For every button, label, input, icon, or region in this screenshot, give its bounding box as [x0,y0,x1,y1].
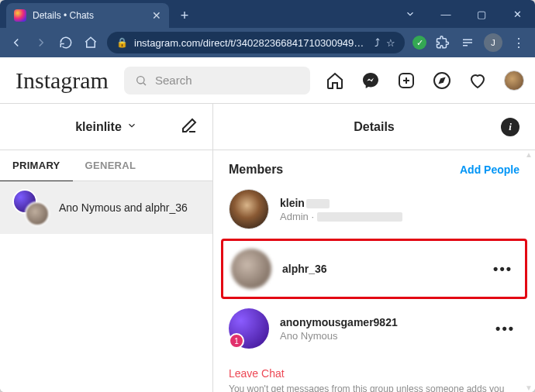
member-avatar [229,189,269,229]
kebab-menu-icon[interactable]: ⋮ [510,34,527,51]
url-bar[interactable]: 🔒 instagram.com/direct/t/340282366841710… [107,32,405,53]
search-icon [135,74,147,87]
search-input[interactable]: Search [124,67,310,95]
compose-icon[interactable] [180,116,198,138]
member-username: klein [280,197,305,209]
close-tab-icon[interactable]: ✕ [152,9,161,22]
dm-right-panel: Details i Members Add People klein Admin… [213,104,535,392]
tab-general[interactable]: GENERAL [73,150,149,181]
leave-chat-button[interactable]: Leave Chat [221,356,527,383]
details-header: Details i [213,104,535,150]
member-role: Admin [280,211,309,222]
members-section-head: Members Add People [221,156,527,181]
extensions-icon[interactable] [434,34,451,51]
redacted-text [306,199,330,208]
window-controls: — ▢ ✕ [392,0,535,28]
browser-window: Details • Chats ✕ + — ▢ ✕ 🔒 instagram.co… [0,0,535,392]
dm-left-panel: kleinlite PRIMARY GENERAL Ano Nymous and… [0,104,213,392]
share-icon[interactable]: ⤴ [374,36,380,49]
tab-title: Details • Chats [33,10,146,21]
member-meta: anonymousgamer9821 Ano Nymous [280,316,398,342]
activity-nav-icon[interactable] [468,71,487,90]
instagram-favicon [14,9,26,22]
dm-tabs: PRIMARY GENERAL [0,150,212,181]
member-username: anonymousgamer9821 [280,316,398,328]
window-more-icon[interactable] [392,0,428,28]
svg-marker-9 [440,78,444,83]
search-placeholder: Search [155,74,192,87]
member-display-name: Ano Nymous [280,330,398,342]
member-avatar [231,249,271,289]
window-minimize-icon[interactable]: — [428,0,464,28]
new-post-nav-icon[interactable] [397,71,416,90]
group-avatar [12,189,50,226]
member-meta: alphr_36 [282,263,327,275]
profile-nav-avatar[interactable] [504,70,524,91]
ig-header: Instagram Search [0,57,535,104]
browser-toolbar: 🔒 instagram.com/direct/t/340282366841710… [0,28,535,57]
chat-name: Ano Nymous and alphr_36 [59,201,188,214]
member-username: alphr_36 [282,263,327,275]
bookmark-icon[interactable]: ☆ [386,37,395,49]
page-content: Instagram Search kleinlite [0,57,535,392]
dm-main: kleinlite PRIMARY GENERAL Ano Nymous and… [0,104,535,392]
messenger-nav-icon[interactable] [361,71,380,90]
redacted-text [317,212,402,222]
member-row[interactable]: anonymousgamer9821 Ano Nymous ••• [221,301,527,356]
details-title: Details [354,120,394,134]
home-icon[interactable] [82,34,99,51]
explore-nav-icon[interactable] [433,71,451,90]
details-body: Members Add People klein Admin · a [213,150,535,392]
url-text: instagram.com/direct/t/34028236684171030… [134,37,368,49]
home-nav-icon[interactable] [326,71,344,90]
forward-icon[interactable] [33,34,50,51]
svg-point-3 [137,76,144,83]
svg-line-4 [143,83,146,85]
security-badge-icon[interactable]: ✓ [412,36,426,50]
member-row[interactable]: klein Admin · [221,181,527,237]
lock-icon: 🔒 [116,37,128,48]
window-maximize-icon[interactable]: ▢ [464,0,499,28]
tab-primary[interactable]: PRIMARY [0,150,73,181]
member-meta: klein Admin · [280,197,402,222]
add-people-button[interactable]: Add People [460,163,519,176]
new-tab-button[interactable]: + [174,5,195,26]
reload-icon[interactable] [57,34,74,51]
titlebar: Details • Chats ✕ + — ▢ ✕ [0,0,535,28]
member-avatar [229,308,269,349]
profile-avatar[interactable]: J [484,33,502,52]
info-icon[interactable]: i [501,118,519,136]
chevron-down-icon [126,120,137,134]
window-close-icon[interactable]: ✕ [499,0,535,28]
member-options-icon[interactable]: ••• [488,261,517,277]
dm-account-switcher[interactable]: kleinlite [0,104,212,150]
members-label: Members [229,163,283,177]
ig-nav [326,70,524,91]
member-options-icon[interactable]: ••• [491,321,519,337]
instagram-logo[interactable]: Instagram [16,67,109,94]
chat-list-item[interactable]: Ano Nymous and alphr_36 [0,181,212,234]
browser-tab[interactable]: Details • Chats ✕ [6,3,169,28]
member-row-highlighted[interactable]: alphr_36 ••• [221,239,527,299]
leave-chat-note: You won't get messages from this group u… [221,383,527,392]
reading-list-icon[interactable] [459,34,476,51]
dm-username: kleinlite [75,120,122,134]
back-icon[interactable] [8,34,25,51]
